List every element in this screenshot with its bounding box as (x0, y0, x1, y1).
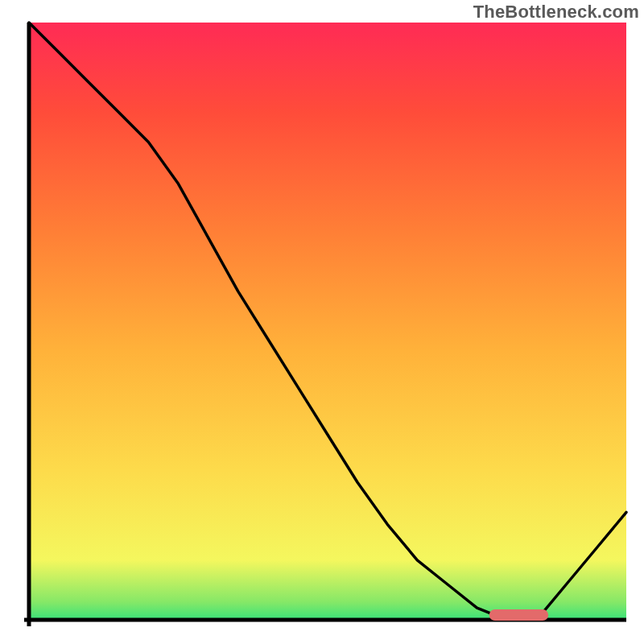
bottleneck-chart (0, 0, 644, 644)
watermark-text: TheBottleneck.com (473, 2, 639, 23)
chart-container: TheBottleneck.com (0, 0, 644, 644)
